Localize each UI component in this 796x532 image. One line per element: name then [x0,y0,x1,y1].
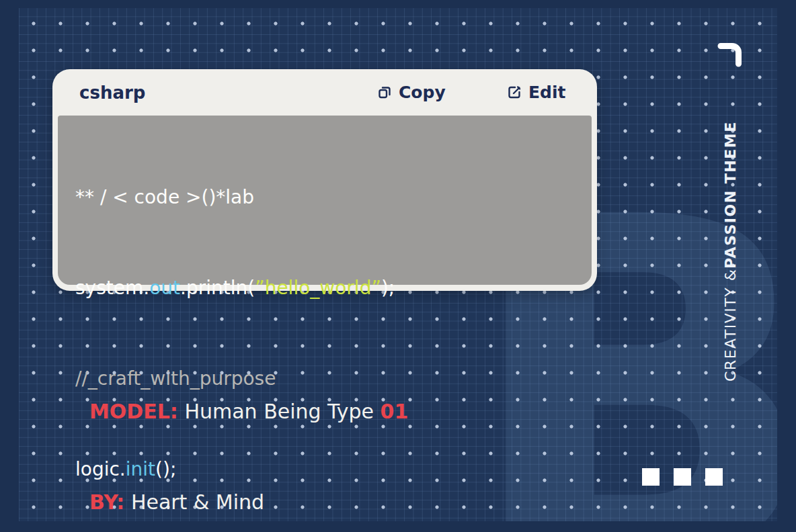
code-line: logic.init(); [75,454,592,484]
copy-button-label: Copy [399,83,446,102]
code-token: out [149,277,180,299]
code-token: .println( [180,277,255,299]
decor-square [705,468,723,486]
code-line: system.out.println(”hello_world”); [75,273,592,303]
code-token-string: ”hello_world” [255,277,381,299]
code-window: csharp Copy Edit ** / < code >()*lab sys… [52,69,597,291]
code-window-header: csharp Copy Edit [52,69,597,116]
language-label: csharp [79,83,145,103]
code-token: (); [155,458,176,480]
corner-bracket-icon [714,39,748,73]
code-token: system. [75,277,149,299]
edit-button[interactable]: Edit [507,69,566,116]
code-line-comment: //_craft_with_purpose [75,363,592,394]
edit-pencil-icon [507,85,522,100]
decor-square [674,468,691,486]
copy-button[interactable]: Copy [377,69,446,116]
code-editor-panel: ** / < code >()*lab system.out.println(”… [58,116,592,285]
tagline-regular: CREATIVITY & [722,269,739,382]
code-token: ** / < code >()*lab [75,186,254,208]
code-token-comment: //_craft_with_purpose [75,367,276,390]
code-token: ); [381,277,395,299]
copy-icon [377,85,393,100]
side-vertical-tagline: CREATIVITY & PASSION THEME [717,150,744,382]
edit-button-label: Edit [528,83,566,102]
tagline-bold: PASSION THEME [722,121,739,269]
code-line: ** / < code >()*lab [75,182,592,212]
code-token: logic. [75,458,126,480]
decor-square [642,468,660,486]
code-token: init [126,458,155,480]
